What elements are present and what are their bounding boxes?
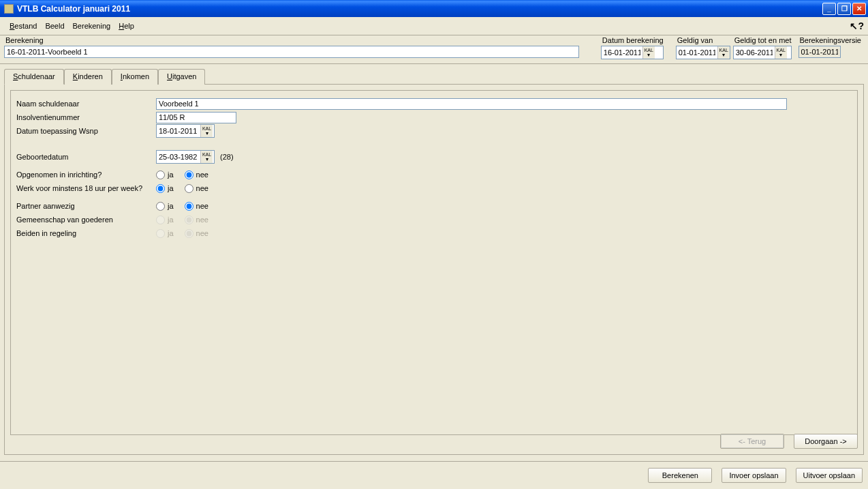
beiden-nee: nee <box>185 229 208 238</box>
tab-inkomen[interactable]: Inkomen <box>112 69 158 85</box>
window-buttons: _ ❐ ✕ <box>822 3 866 15</box>
menu-beeld[interactable]: Beeld <box>41 20 68 32</box>
geboorte-input[interactable] <box>157 151 200 163</box>
partner-nee[interactable]: nee <box>185 202 208 211</box>
partner-label: Partner aanwezig <box>16 202 156 210</box>
menu-help[interactable]: Help <box>114 20 138 32</box>
versie-label: Berekeningsversie <box>799 35 862 46</box>
form-container: Naam schuldenaar Insolventienummer Datum… <box>10 90 858 435</box>
calendar-icon[interactable]: KAL▾ <box>642 46 655 59</box>
werk-nee[interactable]: nee <box>185 184 208 193</box>
datum-berekening-label: Datum berekening <box>601 35 664 46</box>
nav-buttons: <- Terug Doorgaan -> <box>720 434 858 449</box>
calendar-icon[interactable]: KAL▾ <box>775 46 787 59</box>
beiden-radios: ja nee <box>156 229 208 238</box>
gemeenschap-label: Gemeenschap van goederen <box>16 216 156 224</box>
datum-wsnp-label: Datum toepassing Wsnp <box>16 127 156 135</box>
datum-berekening-field[interactable]: KAL▾ <box>601 46 664 59</box>
titlebar: VTLB Calculator januari 2011 _ ❐ ✕ <box>0 0 868 17</box>
divider <box>0 461 868 462</box>
berekening-label: Berekening <box>4 35 579 46</box>
gemeenschap-ja: ja <box>156 216 174 224</box>
opgenomen-ja[interactable]: ja <box>156 171 174 179</box>
naam-input[interactable] <box>156 98 787 110</box>
geldig-van-label: Geldig van <box>676 35 730 46</box>
geldig-van-field[interactable]: KAL▾ <box>676 46 730 59</box>
gemeenschap-radios: ja nee <box>156 216 208 224</box>
calendar-icon[interactable]: KAL▾ <box>200 125 213 137</box>
window-title: VTLB Calculator januari 2011 <box>17 4 822 14</box>
insolventie-input[interactable] <box>156 112 236 123</box>
bottom-bar: Berekenen Invoer opslaan Uitvoer opslaan <box>648 464 863 487</box>
maximize-button[interactable]: ❐ <box>837 3 851 15</box>
close-button[interactable]: ✕ <box>852 3 866 15</box>
geldig-tot-input[interactable] <box>734 46 775 59</box>
app-icon <box>4 4 14 14</box>
opgenomen-nee[interactable]: nee <box>185 171 208 179</box>
tab-panel: Naam schuldenaar Insolventienummer Datum… <box>4 84 864 455</box>
opgenomen-label: Opgenomen in inrichting? <box>16 171 156 179</box>
naam-label: Naam schuldenaar <box>16 100 156 108</box>
gemeenschap-nee: nee <box>185 216 208 224</box>
insolventie-label: Insolventienummer <box>16 113 156 121</box>
tab-kinderen[interactable]: Kinderen <box>64 69 112 85</box>
doorgaan-button[interactable]: Doorgaan -> <box>794 434 858 449</box>
geldig-van-input[interactable] <box>677 46 717 59</box>
tabstrip: Schuldenaar Kinderen Inkomen Uitgaven <box>0 64 868 84</box>
opgenomen-radios: ja nee <box>156 171 208 179</box>
context-help-icon[interactable]: ↖? <box>850 20 864 31</box>
menubar: Bestand Beeld Berekening Help ↖? <box>0 17 868 35</box>
berekenen-button[interactable]: Berekenen <box>648 468 712 483</box>
geboorte-field[interactable]: KAL▾ <box>156 150 215 164</box>
werk-label: Werk voor minstens 18 uur per week? <box>16 184 156 192</box>
age-note: (28) <box>220 153 234 161</box>
geldig-tot-field[interactable]: KAL▾ <box>733 46 792 59</box>
datum-wsnp-input[interactable] <box>157 125 200 137</box>
datum-berekening-input[interactable] <box>602 46 642 59</box>
partner-ja[interactable]: ja <box>156 202 174 211</box>
berekening-input[interactable] <box>4 46 579 58</box>
werk-ja[interactable]: ja <box>156 184 174 193</box>
versie-input <box>799 46 841 58</box>
menu-bestand[interactable]: Bestand <box>5 20 41 32</box>
uitvoer-opslaan-button[interactable]: Uitvoer opslaan <box>796 468 863 483</box>
werk-radios: ja nee <box>156 184 208 193</box>
beiden-ja: ja <box>156 229 174 238</box>
tab-uitgaven[interactable]: Uitgaven <box>158 69 205 85</box>
partner-radios: ja nee <box>156 202 208 211</box>
menu-berekening[interactable]: Berekening <box>69 20 115 32</box>
header-row: Berekening Datum berekening KAL▾ Geldig … <box>0 35 868 64</box>
geldig-tot-label: Geldig tot en met <box>733 35 792 46</box>
beiden-label: Beiden in regeling <box>16 229 156 237</box>
tab-schuldenaar[interactable]: Schuldenaar <box>4 69 64 85</box>
calendar-icon[interactable]: KAL▾ <box>717 46 730 59</box>
geboorte-label: Geboortedatum <box>16 153 156 161</box>
minimize-button[interactable]: _ <box>822 3 836 15</box>
invoer-opslaan-button[interactable]: Invoer opslaan <box>722 468 786 483</box>
datum-wsnp-field[interactable]: KAL▾ <box>156 124 215 138</box>
calendar-icon[interactable]: KAL▾ <box>200 151 213 163</box>
terug-button: <- Terug <box>720 434 784 449</box>
